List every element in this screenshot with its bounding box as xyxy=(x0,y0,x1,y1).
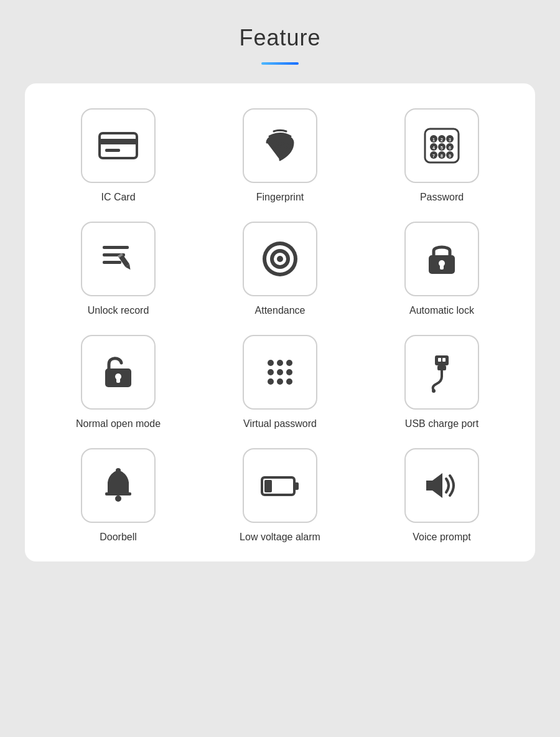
svg-rect-50 xyxy=(442,358,446,362)
voice-prompt-icon-box xyxy=(404,448,479,523)
svg-text:1: 1 xyxy=(432,138,435,142)
svg-text:3: 3 xyxy=(449,138,451,142)
low-voltage-icon-box xyxy=(243,448,317,523)
svg-rect-1 xyxy=(100,139,137,144)
svg-point-47 xyxy=(286,378,292,385)
unlock-record-icon xyxy=(96,237,140,281)
automatic-lock-label: Automatic lock xyxy=(409,305,474,316)
svg-text:5: 5 xyxy=(441,146,443,150)
doorbell-icon xyxy=(96,464,140,507)
password-label: Password xyxy=(420,192,464,203)
fingerprint-icon-box xyxy=(243,108,317,183)
feature-grid: IC Card Fingerprint xyxy=(44,108,516,543)
svg-text:2: 2 xyxy=(441,138,443,142)
virtual-password-icon-box xyxy=(243,335,317,410)
feature-item-voice-prompt: Voice prompt xyxy=(367,448,516,543)
attendance-icon-box xyxy=(243,222,317,296)
svg-text:9: 9 xyxy=(449,154,451,158)
svg-point-40 xyxy=(277,360,283,366)
svg-point-32 xyxy=(277,256,283,262)
svg-rect-22 xyxy=(103,246,129,249)
svg-text:8: 8 xyxy=(441,154,443,158)
automatic-lock-icon-box xyxy=(404,222,479,296)
svg-rect-2 xyxy=(105,149,120,152)
normal-open-label: Normal open mode xyxy=(76,418,161,430)
automatic-lock-icon xyxy=(420,237,464,281)
svg-rect-35 xyxy=(440,265,444,270)
svg-point-46 xyxy=(277,378,283,385)
low-voltage-label: Low voltage alarm xyxy=(240,532,320,543)
unlock-record-label: Unlock record xyxy=(88,305,149,316)
feature-card: IC Card Fingerprint xyxy=(25,83,535,561)
feature-item-normal-open: Normal open mode xyxy=(44,335,193,430)
svg-point-39 xyxy=(268,360,274,366)
title-underline xyxy=(261,62,299,65)
svg-rect-38 xyxy=(116,378,120,383)
virtual-password-icon xyxy=(258,350,302,394)
feature-item-doorbell: Doorbell xyxy=(44,448,193,543)
usb-charge-icon-box xyxy=(404,335,479,410)
svg-rect-57 xyxy=(294,482,299,490)
svg-point-43 xyxy=(277,369,283,375)
svg-rect-53 xyxy=(116,468,121,472)
svg-text:6: 6 xyxy=(449,146,451,150)
normal-open-icon-box xyxy=(81,335,156,410)
svg-point-42 xyxy=(268,369,274,375)
ic-card-icon xyxy=(96,124,140,167)
svg-point-52 xyxy=(432,389,436,393)
feature-item-fingerprint: Fingerprint xyxy=(205,108,355,203)
doorbell-label: Doorbell xyxy=(100,532,137,543)
voice-prompt-icon xyxy=(420,464,464,507)
svg-rect-58 xyxy=(264,480,272,492)
attendance-icon xyxy=(258,237,302,281)
feature-item-automatic-lock: Automatic lock xyxy=(367,222,516,316)
feature-item-low-voltage: Low voltage alarm xyxy=(205,448,355,543)
feature-item-unlock-record: Unlock record xyxy=(44,222,193,316)
doorbell-icon-box xyxy=(81,448,156,523)
svg-rect-24 xyxy=(103,261,121,264)
usb-charge-label: USB charge port xyxy=(405,418,478,430)
voice-prompt-label: Voice prompt xyxy=(413,532,470,543)
feature-item-virtual-password: Virtual password xyxy=(205,335,355,430)
svg-text:7: 7 xyxy=(432,154,435,158)
svg-point-41 xyxy=(286,360,292,366)
feature-item-password: 1 2 3 4 5 6 7 8 9 Password xyxy=(367,108,516,203)
svg-rect-0 xyxy=(100,133,137,158)
password-icon: 1 2 3 4 5 6 7 8 9 xyxy=(420,124,464,167)
fingerprint-icon xyxy=(258,124,302,167)
svg-point-55 xyxy=(115,495,121,502)
ic-card-icon-box xyxy=(81,108,156,183)
attendance-label: Attendance xyxy=(255,305,306,316)
page-title: Feature xyxy=(239,25,320,51)
ic-card-label: IC Card xyxy=(101,192,135,203)
svg-rect-48 xyxy=(435,355,449,365)
low-voltage-icon xyxy=(258,464,302,507)
feature-item-ic-card: IC Card xyxy=(44,108,193,203)
svg-point-45 xyxy=(268,378,274,385)
virtual-password-label: Virtual password xyxy=(243,418,317,430)
svg-marker-59 xyxy=(426,473,442,498)
feature-item-attendance: Attendance xyxy=(205,222,355,316)
unlock-record-icon-box xyxy=(81,222,156,296)
svg-rect-54 xyxy=(105,492,131,495)
normal-open-icon xyxy=(96,350,140,394)
feature-item-usb-charge: USB charge port xyxy=(367,335,516,430)
fingerprint-label: Fingerprint xyxy=(256,192,304,203)
svg-text:4: 4 xyxy=(432,146,435,150)
svg-rect-49 xyxy=(438,358,441,362)
usb-charge-icon xyxy=(420,350,464,394)
password-icon-box: 1 2 3 4 5 6 7 8 9 xyxy=(404,108,479,183)
svg-point-44 xyxy=(286,369,292,375)
